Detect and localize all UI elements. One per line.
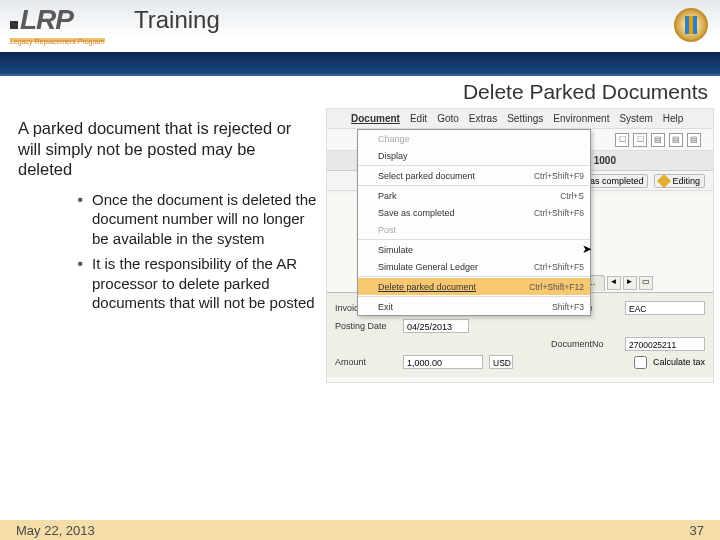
menu-item-park[interactable]: ParkCtrl+S: [358, 187, 590, 204]
reference-field[interactable]: EAC: [625, 301, 705, 315]
field-label: Amount: [335, 357, 397, 367]
logo-square-icon: [10, 21, 18, 29]
logo-text: LRP: [10, 4, 105, 36]
menu-extras[interactable]: Extras: [469, 113, 497, 124]
form-row: DocumentNo 2700025211: [335, 335, 705, 353]
training-label: Training: [134, 6, 220, 34]
list-item: ■Once the document is deleted the docume…: [78, 190, 318, 249]
toolbar-icon[interactable]: ▤: [651, 133, 665, 147]
toolbar-icon[interactable]: ▤: [687, 133, 701, 147]
menu-item-delete-parked[interactable]: Delete parked documentCtrl+Shift+F12: [358, 278, 590, 295]
menu-settings[interactable]: Settings: [507, 113, 543, 124]
menu-item-save-completed[interactable]: Save as completedCtrl+Shift+F6: [358, 204, 590, 221]
page-number: 37: [690, 523, 704, 538]
currency-field[interactable]: USD: [489, 355, 513, 369]
slide-header: LRP Legacy Replacement Program Training: [0, 0, 720, 52]
tab-nav-right-icon[interactable]: ►: [623, 276, 637, 290]
header-gradient: [0, 0, 720, 52]
pencil-icon: [657, 173, 671, 187]
tab-nav-left-icon[interactable]: ◄: [607, 276, 621, 290]
menu-item-change: Change: [358, 130, 590, 147]
amount-field[interactable]: 1,000.00: [403, 355, 483, 369]
menu-separator: [358, 185, 590, 186]
toolbar-icon[interactable]: ☐: [615, 133, 629, 147]
menu-edit[interactable]: Edit: [410, 113, 427, 124]
seal-icon: [674, 8, 708, 42]
field-label: Posting Date: [335, 321, 397, 331]
menu-item-simulate-gl[interactable]: Simulate General LedgerCtrl+Shift+F5: [358, 258, 590, 275]
calculate-tax-checkbox[interactable]: [634, 356, 647, 369]
document-dropdown: Change Display Select parked documentCtr…: [357, 129, 591, 316]
menu-environment[interactable]: Environment: [553, 113, 609, 124]
bullet-icon: ■: [78, 254, 92, 313]
slide-title: Delete Parked Documents: [0, 76, 720, 104]
sap-screenshot: Document Edit Goto Extras Settings Envir…: [326, 108, 714, 383]
documentno-field[interactable]: 2700025211: [625, 337, 705, 351]
menu-item-display[interactable]: Display: [358, 147, 590, 164]
form-row: Posting Date 04/25/2013: [335, 317, 705, 335]
menu-help[interactable]: Help: [663, 113, 684, 124]
posting-date-field[interactable]: 04/25/2013: [403, 319, 469, 333]
cursor-icon: ➤: [582, 242, 592, 256]
tab-list-icon[interactable]: ▭: [639, 276, 653, 290]
menu-separator: [358, 296, 590, 297]
menu-item-exit[interactable]: ExitShift+F3: [358, 298, 590, 315]
menu-item-simulate[interactable]: Simulate: [358, 241, 590, 258]
sap-menubar: Document Edit Goto Extras Settings Envir…: [327, 109, 713, 129]
toolbar-icon[interactable]: ▤: [669, 133, 683, 147]
blue-stripe: [0, 52, 720, 76]
bullet-list: ■Once the document is deleted the docume…: [78, 190, 318, 313]
logo-subtitle: Legacy Replacement Program: [10, 38, 105, 45]
form-row: Amount 1,000.00 USD Calculate tax: [335, 353, 705, 371]
toolbar-icon[interactable]: ☐: [633, 133, 647, 147]
menu-document[interactable]: Document: [351, 113, 400, 124]
menu-separator: [358, 165, 590, 166]
field-label: DocumentNo: [551, 339, 619, 349]
footer-date: May 22, 2013: [16, 523, 95, 538]
menu-system[interactable]: System: [619, 113, 652, 124]
intro-paragraph: A parked document that is rejected or wi…: [18, 118, 308, 180]
menu-separator: [358, 239, 590, 240]
field-label: Calculate tax: [653, 357, 705, 367]
logo-block: LRP Legacy Replacement Program: [10, 4, 105, 45]
list-item: ■It is the responsibility of the AR proc…: [78, 254, 318, 313]
menu-separator: [358, 276, 590, 277]
slide-footer: May 22, 2013 37: [0, 520, 720, 540]
editing-button[interactable]: Editing: [654, 174, 705, 188]
bullet-icon: ■: [78, 190, 92, 249]
menu-goto[interactable]: Goto: [437, 113, 459, 124]
menu-item-select-parked[interactable]: Select parked documentCtrl+Shift+F9: [358, 167, 590, 184]
menu-item-post: Post: [358, 221, 590, 238]
